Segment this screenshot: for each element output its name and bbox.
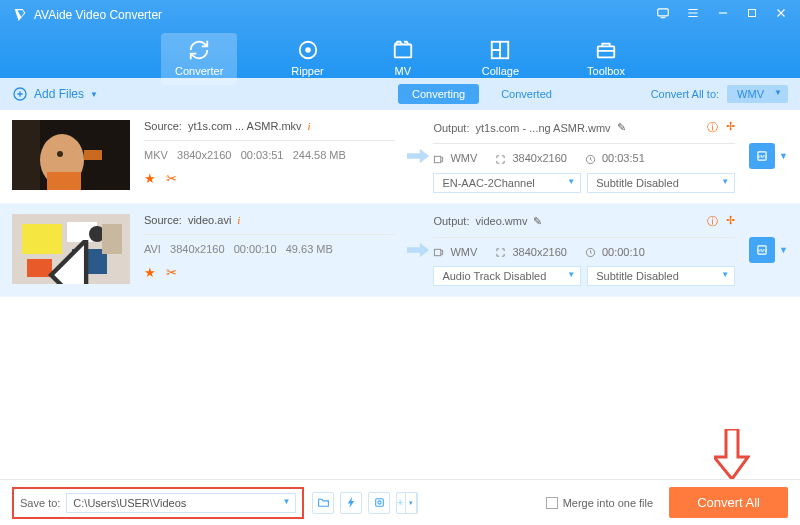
file-list: Source: yt1s.com ... ASMR.mkv i MKV 3840… [0,110,800,435]
collage-icon [489,39,511,61]
svg-rect-13 [84,150,102,160]
edit-icon[interactable]: ✎ [533,215,542,228]
chevron-down-icon[interactable]: ▼ [779,151,788,161]
converter-icon [188,39,210,61]
open-folder-icon[interactable] [312,492,334,514]
nav-label: Converter [175,65,223,77]
gpu-icon[interactable] [368,492,390,514]
list-item: Source: video.avi i AVI 3840x2160 00:00:… [0,204,800,298]
nav-toolbox[interactable]: Toolbox [573,33,639,85]
menu-bars-icon[interactable] [686,6,700,23]
footer: Save to: C:\Users\USER\Videos ▾ Merge in… [0,479,800,525]
svg-point-31 [400,502,402,504]
list-item: Source: yt1s.com ... ASMR.mkv i MKV 3840… [0,110,800,204]
subtitle-select[interactable]: Subtitle Disabled [587,173,735,193]
titlebar: AVAide Video Converter [0,0,800,29]
minimize-icon[interactable] [716,6,730,23]
output-label: Output: [433,122,469,134]
clock-icon [585,154,596,165]
plus-circle-icon [12,86,28,102]
tab-converting[interactable]: Converting [398,84,479,104]
tab-converted[interactable]: Converted [487,84,566,104]
svg-rect-0 [658,9,669,16]
source-meta: AVI 3840x2160 00:00:10 49.63 MB [144,243,395,255]
cut-icon[interactable]: ✂ [166,171,177,186]
compress-icon[interactable]: ✢ [726,120,735,135]
merge-checkbox[interactable]: Merge into one file [546,497,654,509]
save-path-select[interactable]: C:\Users\USER\Videos [66,493,296,513]
settings-icon[interactable]: ▾ [396,492,418,514]
svg-rect-6 [598,46,615,57]
arrow-icon [403,148,433,164]
svg-point-30 [378,501,381,504]
svg-text:WMV: WMV [757,248,767,253]
svg-rect-11 [12,120,40,190]
svg-rect-10 [47,172,81,190]
video-icon [433,154,444,165]
chevron-down-icon: ▼ [90,90,98,99]
toolbox-icon [595,39,617,61]
nav-ripper[interactable]: Ripper [277,33,337,85]
compress-icon[interactable]: ✢ [726,214,735,229]
output-info-icon[interactable]: ⓘ [707,214,718,229]
thumbnail[interactable] [12,214,130,284]
menu-msg-icon[interactable] [656,6,670,23]
svg-text:WMV: WMV [757,154,767,159]
nav-label: MV [394,65,411,77]
close-icon[interactable] [774,6,788,23]
svg-rect-29 [376,499,384,507]
source-filename: yt1s.com ... ASMR.mkv [188,120,302,132]
format-badge[interactable]: WMV [749,143,775,169]
prev-frame-icon[interactable] [14,240,130,284]
maximize-icon[interactable] [746,7,758,22]
audio-select[interactable]: Audio Track Disabled [433,266,581,286]
thumbnail[interactable] [12,120,130,190]
edit-icon[interactable]: ✎ [617,121,626,134]
output-filename: video.wmv [475,215,527,227]
nav-converter[interactable]: Converter [161,33,237,85]
svg-point-3 [306,48,310,52]
main-nav: Converter Ripper MV Collage Toolbox [0,29,800,85]
ripper-icon [297,39,319,61]
convert-all-button[interactable]: Convert All [669,487,788,518]
format-badge[interactable]: WMV [749,237,775,263]
mv-icon [392,39,414,61]
resolution-icon [495,154,506,165]
info-icon[interactable]: i [308,120,311,132]
nav-collage[interactable]: Collage [468,33,533,85]
star-icon[interactable]: ★ [144,171,156,186]
arrow-icon [403,242,433,258]
convert-all-to-select[interactable]: WMV [727,85,788,103]
save-to-group: Save to: C:\Users\USER\Videos [12,487,304,519]
app-logo [12,7,28,23]
svg-rect-4 [394,45,411,58]
nav-label: Toolbox [587,65,625,77]
svg-rect-14 [435,156,441,162]
nav-mv[interactable]: MV [378,33,428,85]
source-label: Source: [144,214,182,226]
subtitle-select[interactable]: Subtitle Disabled [587,266,735,286]
svg-rect-1 [749,10,756,17]
output-filename: yt1s.com - ...ng ASMR.wmv [475,122,610,134]
source-filename: video.avi [188,214,231,226]
convert-all-to-label: Convert All to: [651,88,719,100]
audio-select[interactable]: EN-AAC-2Channel [433,173,581,193]
output-label: Output: [433,215,469,227]
highlight-arrow [714,429,750,481]
source-label: Source: [144,120,182,132]
add-files-button[interactable]: Add Files ▼ [12,86,98,102]
cut-icon[interactable]: ✂ [166,265,177,280]
accel-icon[interactable] [340,492,362,514]
info-icon[interactable]: i [237,214,240,226]
checkbox-icon [546,497,558,509]
chevron-down-icon[interactable]: ▼ [779,245,788,255]
svg-point-12 [57,151,63,157]
nav-label: Collage [482,65,519,77]
merge-label: Merge into one file [563,497,654,509]
output-info-icon[interactable]: ⓘ [707,120,718,135]
star-icon[interactable]: ★ [144,265,156,280]
source-meta: MKV 3840x2160 00:03:51 244.58 MB [144,149,395,161]
add-files-label: Add Files [34,87,84,101]
save-to-label: Save to: [20,497,60,509]
svg-rect-25 [435,249,441,255]
